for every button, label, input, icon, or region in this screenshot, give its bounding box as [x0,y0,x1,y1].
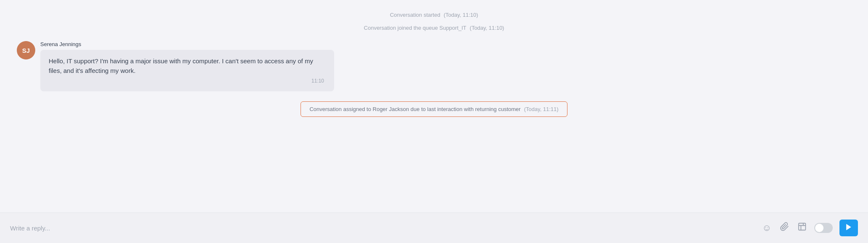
queue-joined-time: (Today, 11:10) [470,25,504,31]
message-row: SJ Serena Jennings Hello, IT support? I'… [17,41,851,91]
assigned-event-container: Conversation assigned to Roger Jackson d… [17,101,851,117]
reply-input[interactable] [10,225,756,232]
message-content: Serena Jennings Hello, IT support? I'm h… [40,41,334,91]
emoji-icon: ☺ [762,222,771,233]
assigned-event-text: Conversation assigned to Roger Jackson d… [309,106,520,112]
attachment-icon [780,222,789,234]
reply-bar: ☺ [0,212,868,243]
queue-joined-text: Conversation joined the queue Support_IT [364,25,466,31]
svg-rect-0 [799,223,806,230]
attachment-button[interactable] [779,221,790,235]
assigned-event-time: (Today, 11:11) [524,106,558,112]
message-bubble: Hello, IT support? I'm having a major is… [40,50,334,91]
send-icon [844,223,853,233]
message-text: Hello, IT support? I'm having a major is… [49,57,313,74]
template-icon [797,222,807,234]
conversation-started-event: Conversation started (Today, 11:10) [17,10,851,20]
sender-name: Serena Jennings [40,41,334,47]
toggle-switch[interactable] [814,223,833,233]
avatar: SJ [17,41,35,59]
svg-marker-4 [846,224,851,230]
message-time: 11:10 [49,77,326,85]
template-button[interactable] [797,221,808,235]
emoji-button[interactable]: ☺ [761,222,772,234]
conversation-started-time: (Today, 11:10) [444,12,478,18]
messages-area: Conversation started (Today, 11:10) Conv… [0,0,868,212]
assigned-event-box: Conversation assigned to Roger Jackson d… [301,101,567,117]
conversation-started-text: Conversation started [390,12,440,18]
chat-container: Conversation started (Today, 11:10) Conv… [0,0,868,243]
send-button[interactable] [839,220,858,236]
queue-joined-event: Conversation joined the queue Support_IT… [17,23,851,33]
reply-actions: ☺ [761,220,858,236]
